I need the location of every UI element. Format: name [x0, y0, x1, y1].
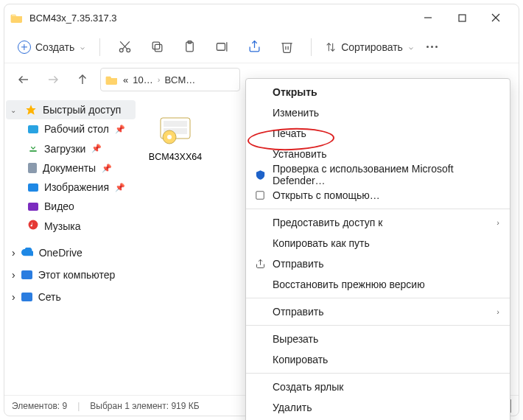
sidebar-item-network[interactable]: › Сеть [6, 287, 136, 307]
folder-icon [105, 74, 119, 85]
svg-rect-23 [29, 150, 36, 152]
file-name: BCM43XX64 [149, 152, 202, 162]
forward-button[interactable] [41, 68, 65, 91]
svg-rect-9 [152, 42, 160, 49]
ctx-defender[interactable]: Проверка с использованием Microsoft Defe… [246, 164, 510, 185]
new-label: Создать [35, 41, 74, 53]
breadcrumb-seg[interactable]: BCM… [164, 74, 195, 85]
share-icon [253, 257, 267, 270]
rename-button[interactable] [206, 35, 237, 60]
up-button[interactable] [71, 68, 94, 91]
svg-point-29 [167, 135, 172, 139]
video-icon [28, 203, 38, 211]
chevron-down-icon: ⌵ [409, 43, 413, 51]
context-menu: Открыть Изменить Печать Установить Прове… [245, 78, 510, 420]
sidebar-item-label: Изображения [44, 181, 109, 193]
svg-rect-49 [256, 192, 264, 200]
app-icon [253, 189, 267, 202]
pin-icon: 📌 [115, 183, 125, 192]
minimize-button[interactable] [411, 6, 445, 29]
pin-icon: 📌 [102, 164, 112, 173]
sidebar-item-thispc[interactable]: › Этот компьютер [6, 265, 136, 284]
sidebar-item-onedrive[interactable]: › OneDrive [6, 243, 136, 262]
sidebar-item-desktop[interactable]: Рабочий стол 📌 [6, 119, 136, 139]
explorer-window: BCM43x_7.35.317.3 Создать ⌵ Сортировать … [4, 4, 519, 416]
ctx-cut[interactable]: Вырезать [246, 329, 510, 349]
pin-icon: 📌 [115, 125, 125, 134]
sidebar-item-label: Этот компьютер [38, 269, 116, 281]
svg-rect-12 [217, 43, 225, 51]
back-button[interactable] [12, 68, 35, 91]
desktop-icon [28, 125, 38, 133]
share-button[interactable] [239, 35, 270, 60]
ctx-open[interactable]: Открыть [246, 82, 510, 102]
shield-icon [253, 168, 267, 181]
more-button[interactable] [427, 46, 438, 48]
ctx-copy[interactable]: Копировать [246, 349, 510, 370]
breadcrumb[interactable]: « 10… › BCM… [100, 68, 240, 91]
ctx-sendto[interactable]: Отправить› [246, 301, 510, 322]
sidebar: ⌄ Быстрый доступ Рабочий стол 📌 Загрузки… [4, 96, 137, 395]
ctx-copypath[interactable]: Копировать как путь [246, 233, 510, 253]
sidebar-item-label: Быстрый доступ [43, 104, 121, 116]
ctx-shortcut[interactable]: Создать ярлык [246, 377, 510, 397]
ctx-restore[interactable]: Восстановить прежнюю версию [246, 274, 510, 295]
sort-label: Сортировать [341, 41, 403, 53]
pc-icon [21, 270, 32, 279]
chevron-right-icon: › [496, 218, 499, 227]
star-icon [25, 104, 37, 116]
ctx-giveaccess[interactable]: Предоставить доступ к› [246, 212, 510, 233]
sidebar-item-video[interactable]: Видео [6, 197, 136, 216]
sidebar-item-label: Загрузки [44, 143, 85, 155]
chevron-right-icon: › [12, 291, 15, 303]
chevron-down-icon: ⌵ [80, 43, 85, 51]
sidebar-item-pictures[interactable]: Изображения 📌 [6, 178, 136, 197]
paste-button[interactable] [174, 35, 205, 60]
sidebar-item-quickaccess[interactable]: ⌄ Быстрый доступ [6, 100, 136, 119]
chevron-down-icon: ⌄ [10, 106, 19, 114]
sidebar-item-label: Документы [43, 162, 96, 174]
cut-button[interactable] [109, 35, 140, 60]
sort-button[interactable]: Сортировать ⌵ [320, 41, 418, 53]
sidebar-item-label: Рабочий стол [44, 123, 109, 135]
ctx-delete[interactable]: Удалить [246, 397, 510, 418]
sidebar-item-label: Музыка [44, 220, 81, 232]
titlebar: BCM43x_7.35.317.3 [4, 4, 519, 31]
status-selection: Выбран 1 элемент: 919 КБ [90, 401, 199, 411]
sidebar-item-label: OneDrive [39, 247, 83, 259]
pictures-icon [28, 183, 38, 192]
ctx-openwith[interactable]: Открыть с помощью… [246, 185, 510, 206]
close-button[interactable] [479, 6, 513, 29]
svg-rect-26 [164, 121, 187, 127]
ctx-install[interactable]: Установить [246, 144, 510, 164]
plus-icon [18, 41, 31, 54]
maximize-button[interactable] [445, 6, 479, 29]
copy-button[interactable] [141, 35, 172, 60]
sidebar-item-downloads[interactable]: Загрузки 📌 [6, 139, 136, 158]
new-button[interactable]: Создать ⌵ [12, 38, 91, 57]
network-icon [21, 293, 32, 301]
sidebar-item-documents[interactable]: Документы 📌 [6, 158, 136, 178]
delete-button[interactable] [271, 35, 302, 60]
ctx-print[interactable]: Печать [246, 123, 510, 144]
sidebar-item-label: Видео [44, 200, 74, 212]
svg-marker-22 [26, 105, 35, 114]
folder-icon [10, 13, 24, 23]
download-icon [28, 142, 38, 155]
sort-icon [325, 41, 337, 53]
music-icon [28, 220, 38, 232]
sidebar-item-music[interactable]: Музыка [6, 216, 136, 236]
ctx-edit[interactable]: Изменить [246, 102, 510, 123]
status-count: Элементов: 9 [12, 401, 67, 411]
svg-point-24 [29, 220, 38, 230]
file-icon [155, 108, 196, 149]
document-icon [28, 163, 37, 173]
svg-rect-8 [155, 44, 162, 52]
chevron-right-icon: › [12, 269, 15, 281]
ctx-send[interactable]: Отправить [246, 253, 510, 274]
toolbar: Создать ⌵ Сортировать ⌵ [4, 31, 519, 63]
file-item[interactable]: BCM43XX64 [140, 103, 211, 168]
cloud-icon [21, 247, 33, 259]
pin-icon: 📌 [91, 144, 102, 153]
breadcrumb-seg[interactable]: 10… [133, 74, 152, 85]
